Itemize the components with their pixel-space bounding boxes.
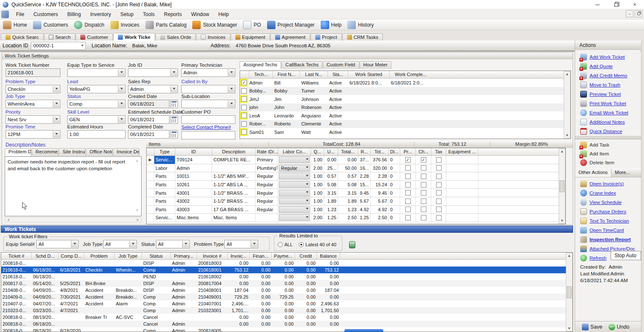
job-type-filter[interactable]: All <box>103 240 137 248</box>
est-sched-date-field[interactable]: 06/18/2021 <box>128 115 169 124</box>
techs-tab[interactable]: Hour Meter <box>360 61 392 69</box>
toolbar-button[interactable]: Invoices <box>108 19 143 30</box>
lead-label[interactable]: Lead <box>67 79 78 84</box>
techs-tab[interactable]: Assigned Techs <box>240 61 281 69</box>
toolbar-button[interactable]: Help <box>319 19 346 30</box>
module-tab[interactable]: CRM Tasks <box>342 33 383 41</box>
other-action-link[interactable]: Purchase Orders <box>580 208 626 215</box>
scroll-down-icon[interactable]: ▼ <box>560 219 564 223</box>
column-header[interactable]: Status <box>142 253 171 259</box>
column-header[interactable]: Payme... <box>272 253 295 259</box>
restore-button[interactable] <box>607 0 625 9</box>
work-ticket-row[interactable]: 210409-0... 04/09/20... 7/30/2021 Accide… <box>1 294 573 300</box>
labor-code-select[interactable] <box>279 198 310 204</box>
partial-hidden-button[interactable] <box>344 329 383 332</box>
other-action-link[interactable]: Refresh <box>580 254 606 262</box>
item-action[interactable]: Delete Item <box>580 159 614 166</box>
skill-level-label[interactable]: Skill Level <box>67 109 89 114</box>
column-header[interactable]: Invoice # <box>197 253 228 259</box>
menu-item[interactable]: Help <box>214 9 234 19</box>
menu-item[interactable]: Billing <box>63 9 85 19</box>
customer-po-field[interactable] <box>181 115 235 124</box>
labor-code-select[interactable] <box>279 181 310 188</box>
column-header[interactable]: First N... <box>273 71 300 78</box>
more-tab[interactable]: More... <box>611 169 633 177</box>
column-header[interactable]: Type <box>154 148 175 155</box>
module-tab[interactable]: Sales Orde <box>156 33 196 41</box>
toolbar-button[interactable]: Parts Catalog <box>143 19 191 30</box>
work-ticket-row[interactable]: 200817-0... 05/14/20... 5/25/2021 BH-Bro… <box>1 280 573 287</box>
tech-row[interactable]: LeoA Leonardo Anguiano Active <box>240 112 570 120</box>
other-action-link[interactable]: Text To Technician <box>580 217 629 225</box>
action-link[interactable]: Email Work Ticket <box>580 109 628 117</box>
printed-checkbox[interactable] <box>405 165 411 171</box>
sub-location-select[interactable] <box>181 100 235 108</box>
job-type-select[interactable]: WhenInArea <box>5 100 60 108</box>
charged-checkbox[interactable] <box>421 199 426 204</box>
item-row[interactable]: ▶ Servic... Misc.Items Misc. Items 2.00 … <box>147 214 565 222</box>
column-header[interactable]: Labor Co... <box>278 148 311 155</box>
column-header[interactable]: Pr... <box>400 148 416 155</box>
module-tab[interactable]: Project <box>311 33 342 41</box>
techs-tab[interactable]: CallBack Techs <box>281 61 322 69</box>
mdi-minimize-button[interactable]: – <box>626 10 633 17</box>
tech-checkbox[interactable] <box>241 96 247 102</box>
column-header[interactable]: Work Started <box>348 71 390 78</box>
item-row[interactable]: ▶ Labor Admin PlumbingT Regular 2.00 25.… <box>147 164 565 173</box>
action-link[interactable]: Preview Ticket <box>580 90 621 98</box>
notes-scroll-down-icon[interactable]: ▼ <box>135 208 139 212</box>
column-header[interactable]: Job Type <box>115 253 142 259</box>
work-tickets-scrollbar[interactable]: ▲▼ <box>566 253 573 332</box>
module-tab[interactable]: Equipment <box>231 33 270 41</box>
column-header[interactable]: R... <box>358 148 371 155</box>
printed-checkbox[interactable] <box>405 199 411 204</box>
calendar-icon[interactable] <box>170 115 178 124</box>
problem-type-label[interactable]: Problem Type <box>5 79 35 84</box>
column-header[interactable]: Last N... <box>300 71 328 78</box>
tax-checkbox[interactable] <box>436 182 442 188</box>
column-header[interactable]: Credit <box>295 253 317 259</box>
radio-latest[interactable] <box>299 242 304 247</box>
tech-checkbox[interactable] <box>241 80 247 85</box>
tax-checkbox[interactable] <box>436 207 442 212</box>
job-id-select[interactable] <box>128 68 178 77</box>
tech-checkbox[interactable] <box>241 121 247 127</box>
equip-serial-filter[interactable]: All <box>36 240 79 248</box>
labor-code-select[interactable] <box>279 214 310 221</box>
status-select[interactable]: Comp <box>67 100 126 108</box>
work-ticket-row[interactable]: 210408-0... 04/09/20... 4/8/2021 Acciden… <box>1 287 573 294</box>
column-header[interactable]: Rate ID/... <box>256 148 278 155</box>
select-contact-phone-link[interactable]: Select Contact Phone# <box>181 125 231 130</box>
toolbar-button[interactable]: History <box>345 19 377 30</box>
module-tab[interactable]: Agreement <box>270 33 310 41</box>
window-scrollbar[interactable] <box>641 41 644 332</box>
stop-auto-button[interactable]: Stop Auto <box>611 251 641 260</box>
created-date-field[interactable]: 06/18/2021 <box>128 100 169 108</box>
work-ticket-row[interactable]: 200818-0... 08/19/20... Breaker Tr AC-SV… <box>1 314 573 321</box>
priority-select[interactable]: Next Srv <box>5 115 60 124</box>
toolbar-button[interactable]: Stock Manager <box>190 19 241 30</box>
notes-tab[interactable]: Invoice De <box>113 148 139 156</box>
notes-hscrollbar[interactable]: ◄► <box>5 217 142 222</box>
module-tab[interactable]: Search <box>44 33 75 41</box>
item-action[interactable]: Add Item <box>580 150 609 158</box>
scroll-up-icon[interactable]: ▲ <box>568 254 571 258</box>
work-ticket-row[interactable]: 210618-0... 06/18/20... PEND 210618002 0… <box>1 273 573 280</box>
column-header[interactable]: Balance <box>317 253 340 259</box>
other-actions-tab[interactable]: Other Actions <box>575 169 611 177</box>
module-tab[interactable]: Work Ticke <box>113 33 155 41</box>
printed-checkbox[interactable] <box>405 157 411 163</box>
charged-checkbox[interactable] <box>421 157 426 163</box>
save-button[interactable]: Save <box>582 324 603 330</box>
scroll-up-icon[interactable]: ▲ <box>565 72 569 76</box>
column-header[interactable]: Primary... <box>171 253 197 259</box>
status-label[interactable]: Status <box>67 94 81 99</box>
work-ticket-row[interactable]: 200818-0... 08/18/20... 8/18/2020 Comp A… <box>1 327 573 332</box>
menu-item[interactable]: Reports <box>159 9 186 19</box>
menu-item[interactable]: File <box>11 9 29 19</box>
action-link[interactable]: Add Work Ticket <box>580 53 625 61</box>
location-id-select[interactable]: 000002-1 <box>31 42 86 50</box>
item-row[interactable]: ▶ Servic... T09124 COMPLETE RE... Primar… <box>147 156 565 164</box>
status-filter[interactable]: All <box>156 240 190 248</box>
other-action-link[interactable]: Open Invoice(s) <box>580 180 624 188</box>
